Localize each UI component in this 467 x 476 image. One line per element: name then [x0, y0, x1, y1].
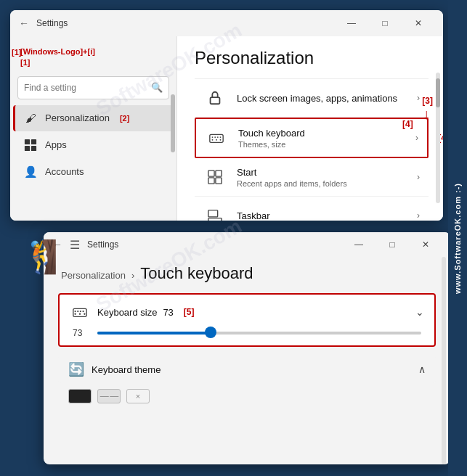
minimize-button-top[interactable]: —: [336, 13, 367, 33]
minimize-button-bottom[interactable]: —: [343, 234, 375, 255]
settings-item-start[interactable]: Start Recent apps and items, folders ›: [195, 158, 429, 197]
ann3-arrow: ↓: [423, 106, 430, 123]
kb-size-value: 73: [163, 307, 173, 318]
ann1-label: [1]: [12, 48, 21, 57]
keyboard-size-chevron[interactable]: ⌄: [415, 306, 424, 318]
sidebar-item-personalization[interactable]: 🖌 Personalization [2]: [13, 105, 174, 131]
keyboard-size-icon: [70, 302, 90, 322]
start-title: Start: [237, 167, 417, 178]
svg-rect-0: [25, 139, 30, 144]
back-button-top[interactable]: ←: [19, 17, 29, 29]
svg-rect-3: [31, 146, 36, 151]
titlebar-bottom: ← ☰ Settings — □ ✕: [44, 232, 450, 257]
maximize-button-bottom[interactable]: □: [376, 234, 408, 255]
keyboard-size-header: Keyboard size 73 [5] ⌄: [70, 302, 424, 322]
top-settings-window: ← Settings — □ ✕ [Windows-Logo]+[i] [1] …: [10, 10, 443, 221]
apps-label: Apps: [45, 139, 67, 150]
taskbar-icon: [203, 204, 227, 221]
slider-fill: [97, 332, 211, 335]
titlebar-controls-bottom: — □ ✕: [343, 234, 442, 255]
ann5-label: [5]: [184, 307, 195, 317]
personalization-label: Personalization: [45, 112, 110, 123]
x-icon: ×: [136, 392, 140, 401]
theme-chip-dash[interactable]: — —: [97, 389, 121, 403]
taskbar-title: Taskbar: [237, 210, 417, 221]
slider-track[interactable]: [97, 332, 421, 335]
titlebar-left: ← Settings: [19, 17, 68, 29]
close-button-bottom[interactable]: ✕: [410, 234, 442, 255]
maximize-button-top[interactable]: □: [369, 13, 401, 33]
touchkeyboard-chevron: ›: [415, 133, 418, 143]
main-scrollbar-thumb-top: [436, 78, 440, 107]
sidebar: [Windows-Logo]+[i] [1] 🔍 🖌 Personalizati…: [10, 36, 177, 221]
start-chevron: ›: [417, 172, 420, 182]
kb-theme-label: Keyboard theme: [92, 364, 161, 375]
hotkey-num: [1]: [20, 58, 30, 67]
personalization-icon: 🖌: [23, 111, 38, 126]
search-box[interactable]: 🔍: [17, 76, 169, 99]
hamburger-icon[interactable]: ☰: [70, 238, 80, 252]
ann2-badge: [2]: [120, 114, 129, 123]
kb-size-label-row: Keyboard size 73 [5]: [97, 307, 195, 318]
settings-item-lockscreen[interactable]: Lock screen images, apps, animations ›: [195, 78, 429, 118]
titlebar-top: ← Settings — □ ✕: [10, 10, 443, 36]
kb-theme-icon: 🔄: [68, 361, 84, 377]
search-input[interactable]: [24, 83, 151, 93]
titlebar-controls-top: — □ ✕: [336, 13, 434, 33]
svg-rect-1: [31, 139, 36, 144]
search-icon: 🔍: [151, 82, 163, 93]
bottom-window-scrollbar[interactable]: [442, 257, 446, 464]
ann4-main-label: [4]: [402, 119, 413, 129]
svg-rect-5: [210, 134, 223, 142]
touchkeyboard-icon: [205, 126, 228, 149]
settings-item-touchkeyboard[interactable]: Touch keyboard Themes, size › [4]: [195, 118, 429, 158]
keyboard-theme-chevron[interactable]: ∧: [418, 364, 426, 375]
lockscreen-icon: [203, 86, 227, 110]
theme-chip-x[interactable]: ×: [126, 389, 150, 403]
svg-rect-17: [208, 218, 222, 221]
keyboard-size-card: Keyboard size 73 [5] ⌄ 73: [58, 293, 436, 347]
touchkeyboard-text: Touch keyboard Themes, size: [238, 128, 415, 149]
slider-min-label: 73: [73, 328, 90, 338]
start-icon: [203, 165, 227, 189]
stick-figure: 🧗: [18, 238, 58, 276]
close-button-top[interactable]: ✕: [402, 13, 434, 33]
svg-rect-14: [216, 171, 222, 176]
slider-thumb[interactable]: [205, 327, 216, 338]
keyboard-theme-section[interactable]: 🔄 Keyboard theme ∧: [58, 356, 436, 383]
theme-preview: — — ×: [58, 383, 436, 406]
bottom-settings-window: ← ☰ Settings — □ ✕ Personalization › Tou…: [44, 232, 450, 464]
side-text-panel: www.SoftwareOK.com :-): [448, 0, 467, 476]
side-text-top: www.SoftwareOK.com :-): [453, 183, 462, 294]
window-bottom-body: Personalization › Touch keyboard: [44, 257, 450, 414]
lockscreen-text: Lock screen images, apps, animations: [237, 93, 417, 104]
settings-list: Lock screen images, apps, animations ›: [195, 78, 429, 221]
theme-chip-dark[interactable]: [68, 389, 92, 403]
svg-rect-13: [208, 171, 214, 176]
breadcrumb-parent[interactable]: Personalization: [61, 270, 126, 281]
svg-rect-15: [208, 178, 214, 184]
sidebar-item-apps[interactable]: Apps: [13, 132, 174, 158]
page-title-top: Personalization: [195, 48, 429, 68]
hotkey-text: [Windows-Logo]+[i]: [20, 47, 95, 56]
kb-theme-left: 🔄 Keyboard theme: [68, 361, 161, 377]
sidebar-scrollbar[interactable]: [171, 94, 175, 152]
settings-item-taskbar[interactable]: Taskbar ›: [195, 197, 429, 221]
kb-size-label: Keyboard size: [97, 307, 157, 318]
start-text: Start Recent apps and items, folders: [237, 167, 417, 188]
lockscreen-chevron: ›: [417, 93, 420, 103]
main-content-top: Personalization Lock screen images, apps…: [177, 36, 443, 221]
breadcrumb-separator: ›: [131, 270, 134, 281]
slider-row: 73: [70, 328, 424, 338]
window-body-top: [Windows-Logo]+[i] [1] 🔍 🖌 Personalizati…: [10, 36, 443, 221]
titlebar-bottom-left: ← ☰ Settings: [52, 238, 118, 252]
touchkeyboard-subtitle: Themes, size: [238, 140, 415, 149]
start-subtitle: Recent apps and items, folders: [237, 179, 417, 188]
sidebar-item-accounts[interactable]: 👤 Accounts: [13, 159, 174, 185]
svg-rect-18: [208, 210, 218, 217]
lockscreen-title: Lock screen images, apps, animations: [237, 93, 417, 104]
ann3-label: [3]: [422, 96, 433, 106]
main-scrollbar-top[interactable]: [436, 73, 440, 203]
svg-rect-19: [73, 308, 86, 316]
svg-rect-4: [211, 97, 220, 104]
